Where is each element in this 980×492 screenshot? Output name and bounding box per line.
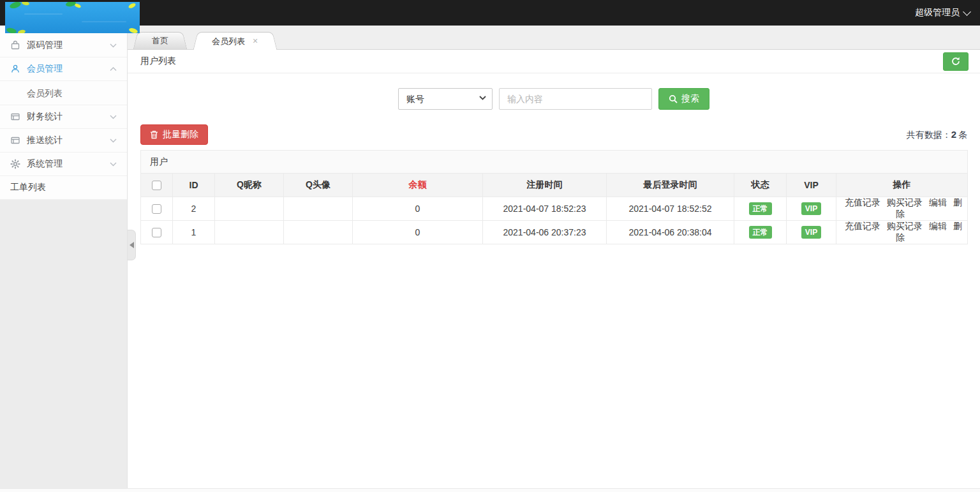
sidebar: 源码管理 会员管理 会员列表 xyxy=(0,26,128,488)
ledger-icon xyxy=(10,135,20,145)
sidebar-item-label: 源码管理 xyxy=(27,40,110,51)
col-vip: VIP xyxy=(787,174,836,197)
cell-q-avatar xyxy=(284,197,353,221)
user-menu-label: 超级管理员 xyxy=(915,7,960,19)
vip-badge: VIP xyxy=(801,226,821,239)
chevron-down-icon xyxy=(963,8,971,16)
refresh-icon xyxy=(951,56,961,66)
table-header-row: ID Q昵称 Q头像 余额 注册时间 最后登录时间 状态 VIP 操作 xyxy=(141,174,968,197)
cell-q-avatar xyxy=(284,221,353,244)
page-header: 用户列表 xyxy=(128,50,980,73)
col-status: 状态 xyxy=(734,174,787,197)
cell-balance: 0 xyxy=(353,221,483,244)
status-badge: 正常 xyxy=(749,202,772,215)
cell-last-login-time: 2021-04-07 18:52:52 xyxy=(607,197,734,221)
vip-badge: VIP xyxy=(801,202,821,215)
sidebar-collapse-handle[interactable] xyxy=(128,230,136,260)
search-button-label: 搜索 xyxy=(681,93,699,105)
bag-icon xyxy=(10,40,20,50)
gear-icon xyxy=(10,159,20,169)
cell-last-login-time: 2021-04-06 20:38:04 xyxy=(607,221,734,244)
select-all-checkbox[interactable] xyxy=(152,181,161,190)
search-field-select-wrap: 账号 xyxy=(398,88,493,110)
action-recharge-records-link[interactable]: 充值记录 xyxy=(845,197,880,207)
topbar: 超级管理员 xyxy=(0,0,980,26)
col-q-avatar: Q头像 xyxy=(284,174,353,197)
search-button[interactable]: 搜索 xyxy=(658,88,709,110)
collapse-left-icon xyxy=(130,242,134,248)
batch-delete-label: 批量删除 xyxy=(163,129,198,140)
cell-register-time: 2021-04-06 20:37:23 xyxy=(483,221,607,244)
cell-q-nickname xyxy=(215,221,284,244)
action-edit-link[interactable]: 编辑 xyxy=(929,197,947,207)
cell-q-nickname xyxy=(215,197,284,221)
total-count: 共有数据：2条 xyxy=(907,129,967,141)
col-balance: 余额 xyxy=(353,174,483,197)
ledger-icon xyxy=(10,112,20,122)
tab-label: 会员列表 xyxy=(212,36,245,46)
search-icon xyxy=(669,94,678,103)
sidebar-item-member-mgmt[interactable]: 会员管理 xyxy=(0,57,127,81)
table-row: 2 0 2021-04-07 18:52:23 2021-04-07 18:52… xyxy=(141,197,968,221)
table-row: 1 0 2021-04-06 20:37:23 2021-04-06 20:38… xyxy=(141,221,968,244)
tabbar: 首页 会员列表× xyxy=(128,26,980,50)
col-actions: 操作 xyxy=(836,174,968,197)
action-edit-link[interactable]: 编辑 xyxy=(929,221,947,231)
close-icon[interactable]: × xyxy=(253,36,258,46)
chevron-down-icon xyxy=(110,162,117,167)
row-checkbox[interactable] xyxy=(152,228,161,237)
tab-label: 首页 xyxy=(152,36,168,45)
sidebar-item-push-stats[interactable]: 推送统计 xyxy=(0,129,127,153)
table-toolbar: 批量删除 共有数据：2条 xyxy=(140,124,967,145)
cell-actions: 充值记录购买记录编辑删除 xyxy=(836,221,968,244)
cell-actions: 充值记录购买记录编辑删除 xyxy=(836,197,968,221)
action-purchase-records-link[interactable]: 购买记录 xyxy=(887,197,923,207)
chevron-down-icon xyxy=(110,43,117,48)
cell-id: 2 xyxy=(173,197,215,221)
sidebar-item-system-mgmt[interactable]: 系统管理 xyxy=(0,153,127,176)
col-last-login-time: 最后登录时间 xyxy=(607,174,734,197)
table-group-header: 用户 xyxy=(141,151,968,174)
search-bar: 账号 搜索 xyxy=(128,88,980,110)
sidebar-item-label: 推送统计 xyxy=(27,135,110,146)
col-register-time: 注册时间 xyxy=(483,174,607,197)
search-field-select[interactable]: 账号 xyxy=(398,88,493,110)
cell-register-time: 2021-04-07 18:52:23 xyxy=(483,197,607,221)
search-input[interactable] xyxy=(499,88,652,110)
sidebar-item-source-mgmt[interactable]: 源码管理 xyxy=(0,34,127,57)
horizontal-scrollbar-track[interactable] xyxy=(0,488,980,492)
refresh-button[interactable] xyxy=(943,52,969,71)
sidebar-subitem-label: 会员列表 xyxy=(27,88,63,98)
user-icon xyxy=(10,64,20,74)
action-purchase-records-link[interactable]: 购买记录 xyxy=(887,221,923,231)
sidebar-item-label: 会员管理 xyxy=(27,63,110,75)
batch-delete-button[interactable]: 批量删除 xyxy=(140,124,208,145)
action-recharge-records-link[interactable]: 充值记录 xyxy=(845,221,880,231)
sidebar-item-workorder-list[interactable]: 工单列表 xyxy=(0,176,127,200)
sidebar-item-label: 系统管理 xyxy=(27,158,110,170)
chevron-down-icon xyxy=(110,138,117,143)
status-badge: 正常 xyxy=(749,226,772,239)
users-table-wrap: 用户 ID Q昵称 Q头像 余额 注册时间 最后登录时间 状态 VIP 操作 xyxy=(140,150,967,244)
col-id: ID xyxy=(173,174,215,197)
chevron-up-icon xyxy=(110,67,117,71)
sidebar-menu: 源码管理 会员管理 会员列表 xyxy=(0,26,127,200)
sidebar-item-finance-stats[interactable]: 财务统计 xyxy=(0,105,127,129)
trash-icon xyxy=(150,130,158,139)
tab-member-list[interactable]: 会员列表× xyxy=(195,32,274,50)
content-panel: 用户列表 账号 xyxy=(128,50,980,492)
chevron-down-icon xyxy=(110,115,117,119)
page-title: 用户列表 xyxy=(140,56,176,67)
cell-id: 1 xyxy=(173,221,215,244)
col-q-nickname: Q昵称 xyxy=(215,174,284,197)
users-table: 用户 ID Q昵称 Q头像 余额 注册时间 最后登录时间 状态 VIP 操作 xyxy=(140,150,968,244)
sidebar-item-label: 财务统计 xyxy=(27,111,110,123)
main-area: 首页 会员列表× 用户列表 账号 xyxy=(128,26,980,492)
tab-home[interactable]: 首页 xyxy=(135,32,185,49)
row-checkbox[interactable] xyxy=(152,204,161,214)
sidebar-subitem-member-list[interactable]: 会员列表 xyxy=(0,81,127,105)
site-logo[interactable] xyxy=(5,2,140,33)
user-menu[interactable]: 超级管理员 xyxy=(915,0,970,26)
cell-balance: 0 xyxy=(353,197,483,221)
sidebar-item-label: 工单列表 xyxy=(10,182,117,193)
